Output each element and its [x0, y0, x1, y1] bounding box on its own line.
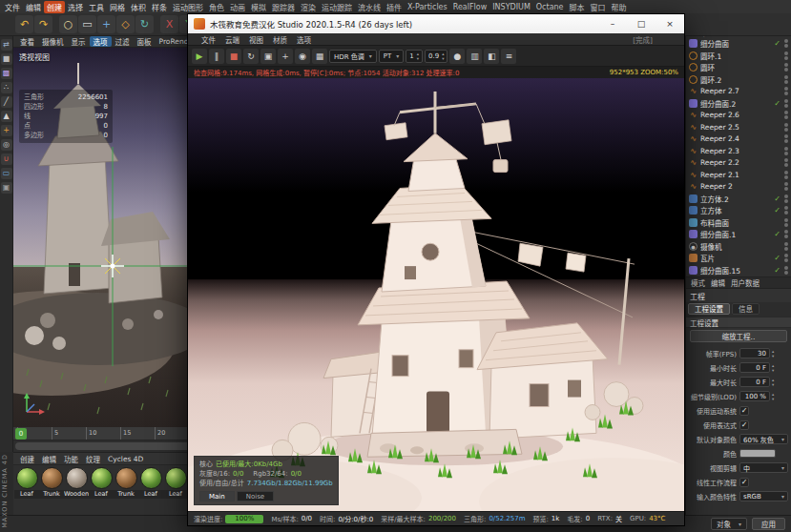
visibility-dots[interactable]: [784, 242, 788, 251]
menubar-item[interactable]: 工具: [86, 1, 107, 13]
viewport-menu-item[interactable]: 显示: [68, 36, 90, 47]
visibility-dot[interactable]: [784, 123, 788, 127]
pick-material-icon[interactable]: ◉: [295, 49, 310, 64]
attribute-tab[interactable]: 信息: [732, 303, 760, 315]
visibility-dot[interactable]: [784, 175, 788, 179]
object-row[interactable]: 细分曲面.1✓: [686, 229, 791, 241]
visibility-dots[interactable]: [784, 63, 788, 72]
material-manager-menu-item[interactable]: 编辑: [38, 454, 60, 464]
attribute-mode-tab[interactable]: 编辑: [708, 277, 728, 288]
spin-arrows[interactable]: ▴▾: [442, 51, 444, 61]
visibility-dots[interactable]: [784, 266, 788, 275]
object-row[interactable]: ∿Reeper 2.6: [686, 110, 791, 122]
object-row[interactable]: 细分曲面✓: [686, 38, 791, 51]
menubar-item[interactable]: 文件: [2, 1, 23, 13]
viewport-solo-icon[interactable]: ◎: [1, 139, 12, 151]
menubar-item[interactable]: X-Particles: [405, 2, 450, 12]
visibility-dot[interactable]: [784, 254, 788, 257]
visibility-dot[interactable]: [784, 247, 788, 251]
visibility-dot[interactable]: [784, 235, 788, 238]
visibility-dot[interactable]: [784, 158, 788, 162]
menubar-item[interactable]: 帮助: [609, 1, 630, 13]
menubar-item[interactable]: 插件: [384, 1, 405, 13]
rectangle-selection-icon[interactable]: ▭: [78, 15, 96, 33]
render-start-icon[interactable]: ▶: [192, 49, 207, 64]
viewport-menu-item[interactable]: 查看: [16, 36, 38, 47]
close-button[interactable]: ×: [656, 14, 684, 33]
checkbox[interactable]: ✓: [739, 420, 749, 430]
object-row[interactable]: ∿Reeper 2.2: [686, 157, 791, 170]
object-row[interactable]: 细分曲面.2✓: [686, 97, 791, 110]
edges-mode-icon[interactable]: ╱: [1, 96, 12, 108]
material-item[interactable]: Leaf: [163, 467, 188, 499]
visibility-dot[interactable]: [784, 128, 788, 132]
object-row[interactable]: ∿Reeper 2.1: [686, 169, 791, 181]
visibility-dot[interactable]: [784, 134, 788, 138]
menubar-item[interactable]: 选择: [65, 1, 86, 13]
visibility-dot[interactable]: [784, 51, 788, 55]
viewer-settings-icon[interactable]: ≡: [501, 49, 516, 64]
visibility-dots[interactable]: [784, 182, 788, 191]
visibility-dot[interactable]: [784, 194, 788, 198]
texture-mode-icon[interactable]: ▩: [1, 68, 12, 79]
visibility-dot[interactable]: [784, 44, 788, 48]
object-row[interactable]: 立方体✓: [686, 205, 791, 217]
value-field[interactable]: 100 %: [739, 391, 770, 401]
menubar-item[interactable]: 流水线: [355, 1, 384, 13]
object-row[interactable]: 瓦片✓: [686, 253, 791, 265]
clay-mode-icon[interactable]: ●: [449, 49, 465, 64]
visibility-dot[interactable]: [784, 242, 788, 246]
visibility-dot[interactable]: [784, 56, 788, 60]
visibility-dot[interactable]: [784, 87, 788, 91]
value-field[interactable]: 30: [739, 348, 770, 358]
live-selection-icon[interactable]: ○: [59, 15, 77, 33]
viewport-menu-item[interactable]: 选项: [90, 36, 112, 47]
attribute-section-header[interactable]: 工程设置: [686, 317, 791, 328]
visibility-dot[interactable]: [784, 147, 788, 151]
visibility-dots[interactable]: [784, 51, 788, 60]
filter-dropdown[interactable]: 对象 ▾: [711, 518, 747, 530]
lock-workplane-icon[interactable]: ▣: [1, 182, 12, 194]
object-row[interactable]: 细分曲面.15✓: [686, 264, 791, 276]
object-row[interactable]: 圆环: [686, 62, 791, 74]
viewport-menu-item[interactable]: 面板: [134, 36, 156, 47]
workplane-icon[interactable]: ▭: [1, 168, 12, 179]
subsample-icon[interactable]: ▥: [467, 49, 482, 64]
denoise-icon[interactable]: ◧: [484, 49, 499, 64]
dropdown[interactable]: 中▾: [739, 462, 788, 473]
menubar-item[interactable]: RealFlow: [450, 2, 490, 12]
material-item[interactable]: Leaf: [14, 467, 39, 499]
menubar-item[interactable]: 编辑: [23, 1, 44, 13]
octane-menu-item[interactable]: 选项: [292, 34, 316, 45]
timeline-tick[interactable]: 5: [52, 427, 58, 440]
spin-arrows[interactable]: ▴▾: [772, 363, 774, 373]
visibility-dot[interactable]: [784, 68, 788, 72]
scale-project-button[interactable]: 缩放工程..: [690, 330, 787, 342]
timeline-tick[interactable]: 20: [155, 427, 165, 440]
visibility-dot[interactable]: [784, 63, 788, 67]
dropdown[interactable]: 60% 灰色▾: [739, 434, 788, 444]
visibility-dot[interactable]: [784, 111, 788, 114]
visibility-dots[interactable]: [784, 99, 788, 108]
object-row[interactable]: ∿Reeper 2.3: [686, 145, 791, 157]
visibility-dot[interactable]: [784, 266, 788, 270]
lock-resolution-icon[interactable]: ▣: [260, 49, 276, 64]
object-row[interactable]: 立方体.2✓: [686, 193, 791, 205]
apply-button[interactable]: 应用: [752, 518, 785, 530]
maximize-button[interactable]: □: [627, 14, 656, 33]
visibility-dots[interactable]: [784, 158, 788, 167]
visibility-dot[interactable]: [784, 258, 788, 262]
menubar-item[interactable]: 网格: [107, 1, 128, 13]
timeline-playhead[interactable]: 0: [15, 428, 27, 440]
checkbox[interactable]: ✓: [739, 406, 749, 416]
visibility-dots[interactable]: [784, 87, 788, 95]
object-row[interactable]: ∿Reeper 2.4: [686, 133, 791, 146]
render-pause-icon[interactable]: ‖: [209, 49, 224, 64]
octane-menu-item[interactable]: 云端: [220, 34, 244, 45]
visibility-dots[interactable]: [784, 147, 788, 155]
visibility-dots[interactable]: [784, 230, 788, 238]
menubar-item[interactable]: 体积: [128, 1, 149, 13]
object-row[interactable]: ∿Reeper 2.5: [686, 121, 791, 133]
menubar-item[interactable]: 运动图形: [170, 1, 206, 13]
object-row[interactable]: ●摄像机: [686, 240, 791, 253]
